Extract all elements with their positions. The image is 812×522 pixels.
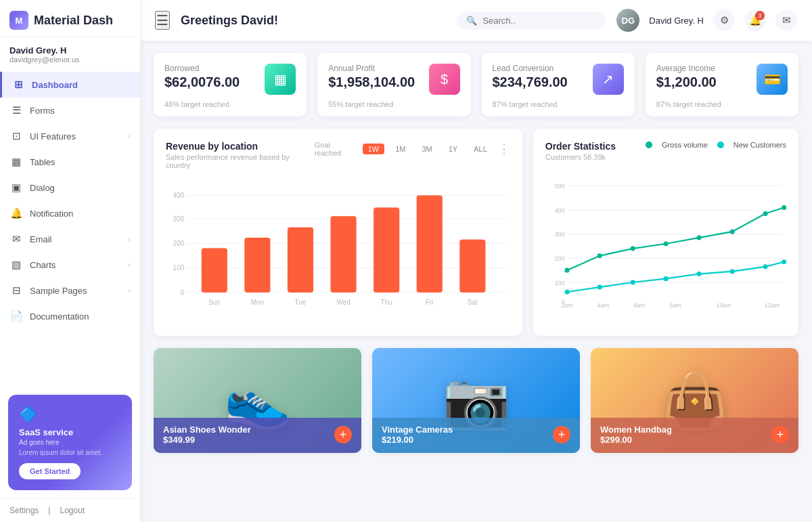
sample-pages-icon: ⊟ xyxy=(9,284,23,297)
svg-text:100: 100 xyxy=(173,264,185,271)
sidebar-item-charts[interactable]: ▧ Charts › xyxy=(0,252,140,278)
order-legend: Gross volume New Customers xyxy=(646,141,786,149)
sidebar-item-email[interactable]: ✉ Email › xyxy=(0,226,140,252)
sidebar-item-dialog[interactable]: ▣ Dialog xyxy=(0,175,140,200)
goal-reached-label: Goal reached xyxy=(315,141,357,157)
svg-text:12am: 12am xyxy=(765,302,780,309)
product-name-camera: Vintage Cameras xyxy=(382,425,453,435)
gross-volume-label: Gross volume xyxy=(662,141,708,149)
stat-card-header: Borrowed $62,0076.00 ▦ xyxy=(164,64,296,95)
svg-text:Tue: Tue xyxy=(295,299,307,306)
sidebar-item-dashboard[interactable]: ⊞ Dashboard xyxy=(0,72,140,97)
svg-point-43 xyxy=(564,290,569,295)
stat-card-value: $62,0076.00 xyxy=(164,74,240,90)
sidebar: M Material Dash David Grey. H davidgrey@… xyxy=(0,0,140,522)
search-bar[interactable]: 🔍 xyxy=(457,12,606,30)
svg-point-44 xyxy=(597,285,602,290)
order-stats-customers: Customers 58.39k xyxy=(545,153,616,161)
header-user-name: David Grey. H xyxy=(649,16,704,26)
stat-card-label: Lead Conversion xyxy=(493,64,568,73)
stat-card-sub: 55% target reached xyxy=(328,100,459,108)
sidebar-item-sample-pages[interactable]: ⊟ Sample Pages › xyxy=(0,278,140,303)
svg-text:400: 400 xyxy=(554,207,564,214)
order-stats-chart: 500 400 300 200 100 0 xyxy=(545,169,786,318)
sidebar-username: David Grey. H xyxy=(9,45,131,56)
sidebar-item-notification[interactable]: 🔔 Notification xyxy=(0,200,140,226)
svg-text:0: 0 xyxy=(181,289,185,297)
product-footer-handbag: Women Handbag $299.00 + xyxy=(591,418,798,453)
filter-1m[interactable]: 1M xyxy=(390,144,411,154)
main-content: ☰ Greetings David! 🔍 DG David Grey. H ⚙ … xyxy=(140,0,812,522)
filter-all[interactable]: ALL xyxy=(468,144,493,154)
svg-text:Thu: Thu xyxy=(381,299,392,306)
sidebar-item-documentation[interactable]: 📄 Documentation xyxy=(0,303,140,329)
filter-1y[interactable]: 1Y xyxy=(443,144,463,154)
settings-link[interactable]: Settings xyxy=(9,506,39,515)
header-actions: DG David Grey. H ⚙ 🔔 3 ✉ xyxy=(616,9,797,32)
ad-get-started-button[interactable]: Get Started xyxy=(19,463,81,479)
stat-card-sub: 87% target reached xyxy=(656,100,788,108)
stat-card-icon: 💳 xyxy=(757,64,788,95)
sidebar-item-label: Dialog xyxy=(30,183,55,193)
stat-card-annual-profit: Annual Profit $1,958,104.00 $ 55% target… xyxy=(317,53,470,116)
revenue-chart-card: Revenue by location Sales performance re… xyxy=(154,129,522,336)
stat-card-label: Borrowed xyxy=(164,64,240,73)
sidebar-item-tables[interactable]: ▦ Tables xyxy=(0,149,140,175)
product-footer-shoes: Asian Shoes Wonder $349.99 + xyxy=(154,418,361,453)
ad-icon: 🔷 xyxy=(19,406,121,423)
svg-text:Sun: Sun xyxy=(208,299,221,306)
svg-text:Fri: Fri xyxy=(426,299,434,306)
search-input[interactable] xyxy=(482,16,596,26)
filter-1w[interactable]: 1W xyxy=(363,144,385,154)
svg-text:8am: 8am xyxy=(669,302,681,309)
revenue-chart-filters: 1W 1M 3M 1Y ALL xyxy=(363,144,493,154)
order-stats-title: Order Statistics xyxy=(545,141,616,152)
dialog-icon: ▣ xyxy=(9,181,23,194)
stat-card-value: $1,200.00 xyxy=(656,74,717,90)
svg-text:300: 300 xyxy=(173,215,185,223)
svg-point-50 xyxy=(782,259,786,264)
add-to-cart-shoes-button[interactable]: + xyxy=(334,426,352,443)
svg-point-45 xyxy=(630,280,635,284)
svg-point-37 xyxy=(630,246,635,251)
svg-text:4am: 4am xyxy=(597,302,609,309)
filter-3m[interactable]: 3M xyxy=(416,144,437,154)
sidebar-item-label: Tables xyxy=(30,157,55,167)
messages-button[interactable]: ✉ xyxy=(775,9,797,31)
svg-point-40 xyxy=(729,230,734,234)
documentation-icon: 📄 xyxy=(9,310,23,322)
dashboard-icon: ⊞ xyxy=(12,79,25,91)
notification-icon: 🔔 xyxy=(9,207,23,219)
notifications-button[interactable]: 🔔 3 xyxy=(744,9,766,31)
svg-rect-12 xyxy=(288,227,313,292)
svg-rect-10 xyxy=(202,248,227,292)
stat-card-avg-income: Average Income $1,200.00 💳 87% target re… xyxy=(646,53,798,116)
chevron-right-icon: › xyxy=(128,286,131,295)
content-area: Borrowed $62,0076.00 ▦ 48% target reache… xyxy=(140,41,812,522)
charts-row: Revenue by location Sales performance re… xyxy=(154,129,798,336)
stat-card-label: Average Income xyxy=(656,64,717,73)
chart-more-button[interactable]: ⋮ xyxy=(498,142,510,156)
svg-rect-11 xyxy=(244,238,270,292)
notifications-badge: 3 xyxy=(755,11,765,20)
chevron-right-icon: › xyxy=(128,132,131,140)
svg-point-49 xyxy=(763,264,767,269)
product-card-handbag: 👜 Women Handbag $299.00 + xyxy=(591,348,798,453)
sidebar-item-ui-features[interactable]: ⊡ UI Features › xyxy=(0,123,140,149)
sidebar-footer: Settings | Logout xyxy=(0,498,140,522)
chevron-right-icon: › xyxy=(128,261,131,269)
svg-point-46 xyxy=(663,276,668,281)
product-price-handbag: $299.00 xyxy=(600,435,672,445)
settings-button[interactable]: ⚙ xyxy=(713,9,735,31)
search-icon: 🔍 xyxy=(466,16,477,26)
gross-volume-dot xyxy=(646,142,652,148)
menu-toggle-button[interactable]: ☰ xyxy=(155,11,170,30)
add-to-cart-handbag-button[interactable]: + xyxy=(771,426,789,443)
logout-link[interactable]: Logout xyxy=(60,506,85,515)
revenue-chart-header: Revenue by location Sales performance re… xyxy=(166,141,510,169)
sidebar-item-label: Charts xyxy=(30,260,55,270)
stat-card-header: Lead Conversion $234,769.00 ↗ xyxy=(493,64,624,95)
sidebar-item-forms[interactable]: ☰ Forms xyxy=(0,97,140,123)
add-to-cart-camera-button[interactable]: + xyxy=(553,426,570,443)
sidebar-logo: M Material Dash xyxy=(0,0,140,37)
